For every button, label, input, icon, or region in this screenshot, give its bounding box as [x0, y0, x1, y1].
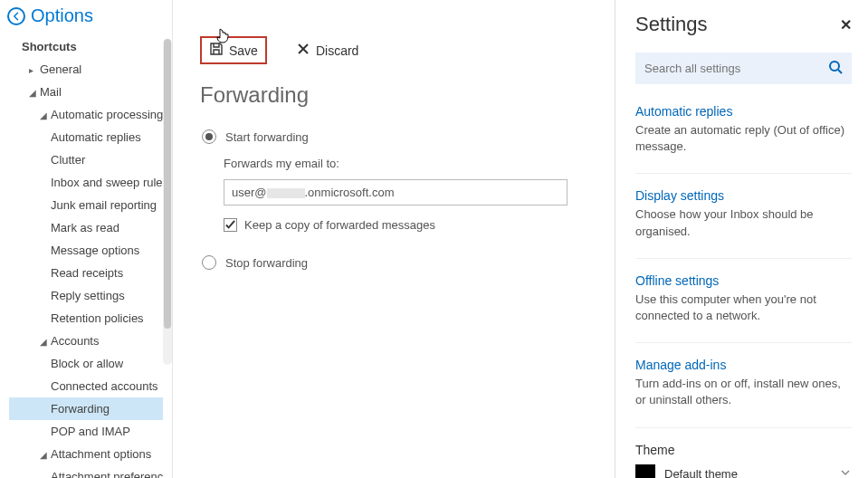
sidebar-item[interactable]: ◢Mail	[9, 81, 163, 103]
sidebar-item-label: Automatic replies	[51, 130, 141, 144]
save-label: Save	[229, 43, 258, 58]
sidebar-item-label: Accounts	[51, 334, 99, 348]
settings-links: Automatic repliesCreate an automatic rep…	[635, 104, 852, 428]
sidebar-item-label: Inbox and sweep rules	[51, 176, 163, 189]
redacted-segment	[267, 188, 305, 198]
sidebar-item[interactable]: Shortcuts	[9, 35, 163, 58]
sidebar-item-label: Clutter	[51, 153, 85, 167]
back-icon[interactable]	[7, 7, 25, 25]
sidebar-item-label: Automatic processing	[51, 108, 163, 121]
discard-label: Discard	[316, 43, 358, 58]
sidebar-item[interactable]: Clutter	[9, 148, 163, 171]
sidebar-item[interactable]: POP and IMAP	[9, 420, 163, 443]
main-content: Save Discard Forwarding Start forwarding…	[172, 0, 606, 478]
settings-panel: Settings ✕ Automatic repliesCreate an au…	[615, 0, 868, 478]
svg-line-1	[838, 70, 842, 73]
sidebar-item-label: General	[40, 62, 81, 76]
sidebar-item[interactable]: Mark as read	[9, 216, 163, 239]
svg-point-0	[830, 62, 839, 71]
sidebar-item[interactable]: Inbox and sweep rules	[9, 171, 163, 194]
settings-link-desc: Use this computer when you're not connec…	[635, 292, 852, 324]
checkbox-icon	[224, 218, 237, 232]
keep-copy-option[interactable]: Keep a copy of forwarded messages	[224, 218, 606, 232]
sidebar-item[interactable]: ▸General	[9, 58, 163, 81]
sidebar-item[interactable]: ◢Automatic processing	[9, 103, 163, 126]
settings-link[interactable]: Manage add-ins	[635, 358, 852, 372]
page-title: Forwarding	[200, 82, 606, 129]
stop-forwarding-option[interactable]: Stop forwarding	[202, 255, 606, 270]
arrow-down-icon: ◢	[40, 110, 49, 120]
forward-to-block: Forwards my email to: user@.onmicrosoft.…	[224, 157, 606, 232]
radio-icon	[202, 255, 216, 270]
divider	[635, 427, 852, 428]
settings-header: Settings ✕	[635, 13, 852, 36]
divider	[635, 258, 852, 259]
sidebar-item-label: Message options	[51, 244, 139, 257]
save-icon	[209, 42, 224, 59]
sidebar-item[interactable]: Reply settings	[9, 284, 163, 307]
search-icon[interactable]	[828, 60, 843, 77]
settings-link-desc: Turn add-ins on or off, install new ones…	[635, 376, 852, 408]
sidebar-item[interactable]: Connected accounts	[9, 375, 163, 397]
theme-swatch-icon	[635, 464, 655, 479]
sidebar-item[interactable]: Junk email reporting	[9, 194, 163, 216]
sidebar-item[interactable]: Retention policies	[9, 307, 163, 330]
settings-title: Settings	[635, 13, 708, 36]
sidebar-item[interactable]: Forwarding	[9, 397, 163, 420]
sidebar-item[interactable]: Message options	[9, 239, 163, 262]
options-nav: Shortcuts▸General◢Mail◢Automatic process…	[0, 35, 172, 478]
keep-copy-label: Keep a copy of forwarded messages	[244, 218, 435, 232]
search-input[interactable]	[644, 62, 828, 75]
sidebar-scrollbar[interactable]	[163, 39, 172, 365]
sidebar-item[interactable]: ◢Attachment options	[9, 443, 163, 465]
start-forwarding-option[interactable]: Start forwarding	[202, 129, 606, 144]
stop-forwarding-label: Stop forwarding	[225, 256, 308, 270]
settings-link[interactable]: Automatic replies	[635, 104, 852, 119]
arrow-down-icon: ◢	[29, 88, 38, 98]
sidebar-item-label: Attachment preferences	[51, 470, 163, 478]
settings-link[interactable]: Display settings	[635, 188, 852, 203]
sidebar-item-label: Shortcuts	[22, 40, 77, 53]
settings-link-desc: Choose how your Inbox should be organise…	[635, 206, 852, 239]
sidebar-item-label: Retention policies	[51, 311, 144, 325]
settings-link[interactable]: Offline settings	[635, 273, 852, 288]
sidebar-item[interactable]: Automatic replies	[9, 126, 163, 148]
theme-selector[interactable]: Default theme	[635, 464, 852, 479]
sidebar-item-label: POP and IMAP	[51, 425, 130, 438]
forwards-to-label: Forwards my email to:	[224, 157, 606, 170]
divider	[635, 173, 852, 174]
sidebar-item-label: Mail	[40, 85, 62, 99]
options-header: Options	[0, 0, 172, 35]
chevron-down-icon	[839, 466, 852, 478]
radio-icon	[202, 129, 216, 144]
settings-search[interactable]	[635, 53, 852, 84]
email-prefix: user@	[232, 186, 267, 199]
options-title: Options	[31, 5, 93, 26]
sidebar-item-label: Junk email reporting	[51, 198, 157, 212]
sidebar-item-label: Mark as read	[51, 221, 119, 234]
sidebar-item[interactable]: Block or allow	[9, 352, 163, 375]
email-suffix: .onmicrosoft.com	[305, 186, 395, 199]
sidebar-item[interactable]: Read receipts	[9, 262, 163, 284]
divider	[635, 342, 852, 343]
close-settings-button[interactable]: ✕	[840, 16, 852, 33]
sidebar-item-label: Forwarding	[51, 402, 110, 416]
sidebar-item-label: Reply settings	[51, 289, 125, 302]
sidebar-item[interactable]: Attachment preferences	[9, 465, 163, 478]
sidebar-item-label: Read receipts	[51, 266, 123, 280]
discard-button[interactable]: Discard	[289, 38, 366, 62]
save-button[interactable]: Save	[200, 36, 267, 64]
forward-email-input[interactable]: user@.onmicrosoft.com	[224, 179, 568, 206]
theme-heading: Theme	[635, 443, 852, 457]
theme-value: Default theme	[664, 467, 738, 478]
options-sidebar: Options Shortcuts▸General◢Mail◢Automatic…	[0, 0, 172, 478]
sidebar-item-label: Attachment options	[51, 447, 151, 461]
arrow-right-icon: ▸	[29, 65, 38, 75]
start-forwarding-label: Start forwarding	[225, 130, 309, 144]
sidebar-item-label: Connected accounts	[51, 379, 158, 393]
sidebar-scroll-thumb[interactable]	[164, 39, 171, 329]
toolbar: Save Discard	[200, 0, 606, 82]
sidebar-item-label: Block or allow	[51, 357, 123, 370]
arrow-down-icon: ◢	[40, 337, 49, 347]
sidebar-item[interactable]: ◢Accounts	[9, 330, 163, 352]
